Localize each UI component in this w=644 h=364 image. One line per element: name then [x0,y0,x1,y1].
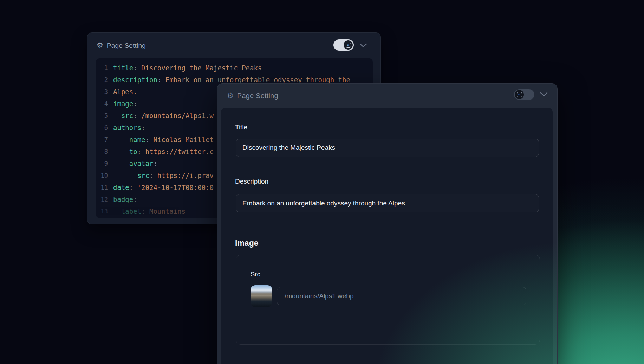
front-panel-header: ⚙ Page Setting ‹› [217,84,557,108]
gear-icon: ⚙ [227,92,234,100]
code-block-icon: ‹› [346,43,351,48]
code-token: - [121,136,129,143]
code-token: to [129,148,137,155]
line-number: 6 [96,124,113,131]
code-token: https://i.prav [157,172,214,179]
form-card: Title Discovering the Majestic Peaks Des… [221,108,553,364]
code-token: : [133,64,141,72]
line-number: 2 [96,76,113,83]
back-panel-header: ⚙ Page Setting ‹› [87,33,380,58]
chevron-down-icon[interactable] [359,43,367,49]
code-token: : [153,160,157,167]
code-token: : [129,184,137,191]
description-input[interactable]: Embark on an unforgettable odyssey throu… [236,194,539,212]
code-token: Alpes. [113,88,137,96]
code-token: date [113,184,129,191]
code-token: image [113,100,133,108]
code-token: badge [113,196,133,203]
code-token: : [141,124,145,132]
line-number: 13 [96,208,113,215]
code-token [113,160,129,167]
line-number: 9 [96,160,113,167]
line-number: 10 [96,172,113,179]
code-token: : [145,136,154,143]
code-token: Embark on an unforgettable odyssey throu… [165,76,350,84]
code-token [113,136,121,143]
code-line: 1title: Discovering the Majestic Peaks [96,62,373,74]
code-token [113,148,129,155]
code-token [113,207,121,215]
page-setting-panel-form-view: ⚙ Page Setting ‹› Title Discovering the … [217,83,558,364]
image-thumbnail [251,285,272,307]
title-input-value: Discovering the Majestic Peaks [242,144,335,152]
image-section-card: Src /mountains/Alps1.webp [236,255,540,345]
code-token: title [113,64,133,72]
description-input-value: Embark on an unforgettable odyssey throu… [242,199,407,207]
line-number: 7 [96,136,113,143]
front-panel-title: Page Setting [237,92,278,100]
code-token: Nicolas Maillet [153,136,214,143]
code-token: authors [113,124,141,132]
code-block-icon: ‹› [517,92,522,97]
code-token: : [157,76,165,84]
line-number: 1 [96,64,113,71]
code-token: description [113,76,157,84]
chevron-down-icon[interactable] [540,92,548,98]
code-token: src [121,112,133,120]
line-number: 4 [96,100,113,107]
code-token: Discovering the Majestic Peaks [141,64,262,72]
src-input-value: /mountains/Alps1.webp [285,292,353,300]
line-number: 3 [96,88,113,95]
toggle-knob: ‹› [344,40,353,50]
code-token: label [121,207,141,215]
code-token: avatar [129,160,154,167]
code-token [113,172,137,179]
toggle-knob: ‹› [515,90,524,99]
code-token: '2024-10-17T00:00:0 [137,184,214,191]
code-token: : [149,172,157,179]
line-number: 12 [96,196,113,203]
code-token: https://twitter.c [145,148,214,155]
code-token: Mountains [149,207,186,215]
image-section-heading: Image [235,238,258,248]
code-view-toggle[interactable]: ‹› [333,39,354,51]
screenshot-canvas: ⚙ Page Setting ‹› 1title: Discovering th… [0,0,644,364]
src-input[interactable]: /mountains/Alps1.webp [277,287,526,305]
code-token: : [137,148,145,155]
gear-icon: ⚙ [97,42,103,49]
back-panel-title: Page Setting [107,42,146,50]
code-token: : [133,100,137,108]
code-token: /mountains/Alps1.w [141,112,214,120]
code-token [113,112,121,120]
code-token: : [133,112,141,120]
line-number: 5 [96,112,113,119]
src-field-label: Src [251,270,260,279]
code-token: : [133,196,137,203]
line-number: 8 [96,148,113,155]
description-field-label: Description [235,177,268,186]
code-token: src [137,172,149,179]
title-input[interactable]: Discovering the Majestic Peaks [236,139,539,157]
code-view-toggle[interactable]: ‹› [514,89,534,100]
title-field-label: Title [235,123,247,132]
code-token: name [129,136,145,143]
code-token: : [141,207,149,215]
line-number: 11 [96,184,113,191]
